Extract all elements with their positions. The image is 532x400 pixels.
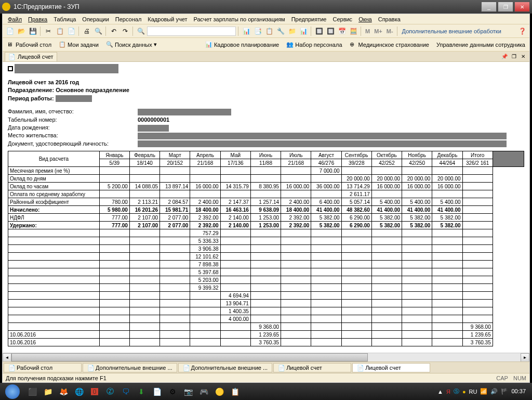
taskbar-app-7[interactable]: 🗨 bbox=[118, 384, 133, 399]
cell-value: 15 981.71 bbox=[160, 206, 190, 214]
tool-icon-1[interactable]: 📊 bbox=[241, 26, 251, 36]
start-button[interactable] bbox=[2, 384, 23, 399]
menu-enterprise[interactable]: Предприятие bbox=[288, 15, 330, 23]
bottom-tab[interactable]: 📄Дополнительные внешние ... bbox=[83, 363, 177, 372]
scroll-left-button[interactable]: ◄ bbox=[3, 353, 11, 362]
tab-restore-icon[interactable]: ❐ bbox=[510, 53, 518, 60]
close-button[interactable]: ✕ bbox=[514, 2, 530, 12]
taskbar-app-3[interactable]: 🦊 bbox=[56, 384, 71, 399]
cell-value: 48 382.60 bbox=[341, 206, 371, 214]
cell-value bbox=[190, 190, 220, 198]
tray-icon-1[interactable]: Я bbox=[446, 389, 450, 395]
menu-file[interactable]: Файл bbox=[5, 15, 25, 23]
menu-help[interactable]: Справка bbox=[375, 15, 404, 23]
tray-lang[interactable]: RU bbox=[469, 389, 477, 395]
memory-mplus[interactable]: М+ bbox=[373, 28, 384, 34]
bottom-tab[interactable]: 📄Дополнительные внешние ... bbox=[178, 363, 273, 372]
calendar-icon[interactable]: 📅 bbox=[337, 26, 347, 36]
tool-icon-7[interactable]: 🔲 bbox=[314, 26, 324, 36]
maximize-button[interactable]: ❐ bbox=[498, 2, 513, 12]
help-icon[interactable]: ❓ bbox=[517, 26, 527, 36]
tray-flag-icon[interactable]: 🏴 bbox=[501, 388, 508, 395]
taskbar-app-4[interactable]: 🌐 bbox=[72, 384, 86, 399]
horizontal-scrollbar[interactable]: ◄ ► bbox=[3, 353, 529, 362]
open-icon[interactable]: 📂 bbox=[16, 26, 26, 36]
nav-recruit[interactable]: 👥Набор персонала bbox=[284, 40, 344, 49]
tool-icon-3[interactable]: 📋 bbox=[264, 26, 274, 36]
calc-icon[interactable]: 🧮 bbox=[348, 26, 358, 36]
tool-icon-5[interactable]: 📁 bbox=[287, 26, 297, 36]
taskbar-app-13[interactable]: 🟡 bbox=[212, 384, 227, 399]
cell-value bbox=[281, 292, 311, 300]
menu-windows[interactable]: Окна bbox=[355, 15, 375, 23]
cell-total bbox=[462, 268, 493, 276]
bottom-tab[interactable]: 📄Лицевой счет bbox=[273, 363, 351, 372]
bottom-tab[interactable]: 📄Рабочий стол bbox=[4, 363, 82, 372]
tab-active[interactable]: 📄 Лицевой счет bbox=[5, 52, 57, 61]
tray-skype-icon[interactable]: Ⓢ bbox=[454, 388, 459, 395]
search-icon[interactable]: 🔍 bbox=[136, 26, 146, 36]
memory-m[interactable]: М bbox=[364, 28, 371, 34]
scroll-track[interactable] bbox=[11, 353, 521, 362]
copy-icon[interactable]: 📋 bbox=[55, 26, 65, 36]
taskbar-app-6[interactable]: Ⓩ bbox=[103, 384, 117, 399]
tool-icon-8[interactable]: 🔲 bbox=[325, 26, 336, 36]
cell-value: 5 382.00 bbox=[402, 222, 432, 229]
menu-personnel[interactable]: Персонал bbox=[112, 15, 145, 23]
menu-operations[interactable]: Операции bbox=[79, 15, 112, 23]
taskbar-app-10[interactable]: ⚙ bbox=[165, 384, 180, 399]
menu-payroll[interactable]: Расчет зарплаты по организациям bbox=[190, 15, 288, 23]
taskbar-app-8[interactable]: ⬇ bbox=[134, 384, 149, 399]
menu-table[interactable]: Таблица bbox=[50, 15, 79, 23]
print-icon[interactable]: 🖨 bbox=[82, 26, 92, 36]
nav-medical[interactable]: ⊕Медицинское страхование bbox=[348, 40, 431, 49]
menu-service[interactable]: Сервис bbox=[329, 15, 355, 23]
memory-mminus[interactable]: М- bbox=[385, 28, 395, 34]
document-tab-bar: 📄 Лицевой счет 📌 ❐ ✕ bbox=[3, 51, 529, 62]
row-label bbox=[8, 261, 100, 268]
tray-expand-icon[interactable]: ▲ bbox=[437, 389, 443, 395]
cell-total: 1 239.65 bbox=[462, 331, 493, 339]
cell-value: 780.00 bbox=[99, 198, 129, 206]
nav-tasks[interactable]: 📋Мои задачи bbox=[57, 40, 101, 49]
taskbar-app-5[interactable]: 🅾 bbox=[87, 384, 102, 399]
nav-employee-data[interactable]: Управление данными сотрудника bbox=[434, 41, 527, 49]
external-processing-link[interactable]: Дополнительные внешние обработки bbox=[400, 28, 503, 34]
nav-planning[interactable]: 📊Кадровое планирование bbox=[203, 40, 281, 49]
redo-icon[interactable]: ↷ bbox=[120, 26, 130, 36]
preview-icon[interactable]: 🔍 bbox=[93, 26, 103, 36]
scroll-thumb[interactable] bbox=[11, 353, 368, 362]
tray-network-icon[interactable]: 📶 bbox=[480, 388, 487, 395]
tray-1c-icon[interactable]: ● bbox=[462, 389, 466, 395]
taskbar-app-14[interactable]: 📋 bbox=[228, 384, 242, 399]
taskbar-app-9[interactable]: 📄 bbox=[150, 384, 164, 399]
tray-clock[interactable]: 00:37 bbox=[511, 388, 526, 394]
undo-icon[interactable]: ↶ bbox=[109, 26, 119, 36]
table-row: 10.06.20163 760.353 760.35 bbox=[8, 339, 524, 346]
scroll-right-button[interactable]: ► bbox=[521, 353, 529, 362]
taskbar-app-1[interactable]: ⬛ bbox=[25, 384, 39, 399]
cell-value bbox=[371, 315, 402, 323]
minimize-button[interactable]: _ bbox=[481, 2, 497, 12]
tool-icon-4[interactable]: 🔧 bbox=[275, 26, 286, 36]
menu-edit[interactable]: Правка bbox=[25, 15, 50, 23]
document-scroll[interactable]: Лицевой счет за 2016 год Подразделение: … bbox=[3, 62, 529, 353]
bottom-tab[interactable]: 📄Лицевой счет bbox=[352, 363, 430, 372]
taskbar-app-11[interactable]: 📷 bbox=[181, 384, 195, 399]
taskbar-app-2[interactable]: 📁 bbox=[41, 384, 55, 399]
tool-icon-2[interactable]: 📑 bbox=[252, 26, 263, 36]
tray-volume-icon[interactable]: 🔊 bbox=[490, 388, 498, 395]
taskbar-app-12[interactable]: 🎮 bbox=[196, 384, 211, 399]
nav-desktop[interactable]: 🖥Рабочий стол bbox=[5, 40, 54, 49]
menu-hr[interactable]: Кадровый учет bbox=[144, 15, 190, 23]
new-icon[interactable]: 📄 bbox=[5, 26, 15, 36]
nav-search[interactable]: 🔍Поиск данных▾ bbox=[104, 40, 159, 49]
search-input[interactable] bbox=[147, 27, 236, 36]
tool-icon-6[interactable]: 📊 bbox=[298, 26, 309, 36]
tab-pin-icon[interactable]: 📌 bbox=[500, 53, 509, 60]
paste-icon[interactable]: 📄 bbox=[66, 26, 76, 36]
save-icon[interactable]: 💾 bbox=[28, 26, 38, 36]
cut-icon[interactable]: ✂ bbox=[43, 26, 54, 36]
tab-close-icon[interactable]: ✕ bbox=[519, 53, 527, 60]
cell-value bbox=[402, 323, 432, 331]
